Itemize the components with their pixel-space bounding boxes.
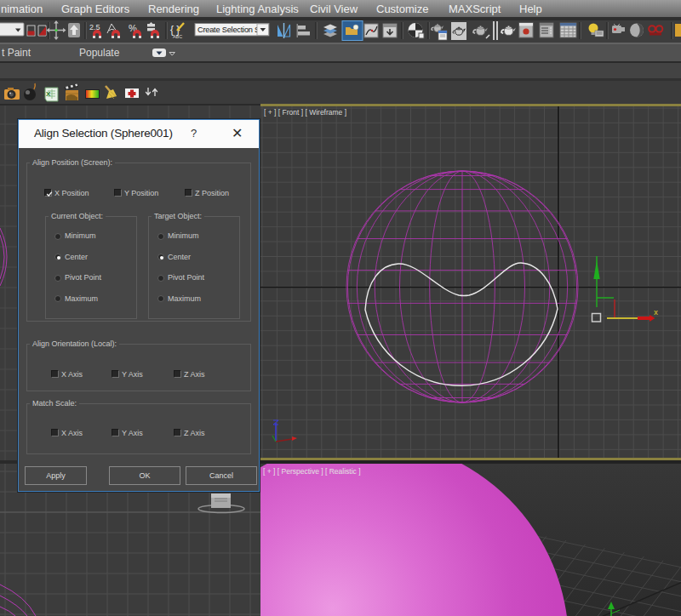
svg-text:ABC: ABC bbox=[173, 34, 182, 39]
svg-text:[ + ] [ Perspective ] [ Realis: [ + ] [ Perspective ] [ Realistic ] bbox=[263, 467, 361, 476]
svg-text:x: x bbox=[654, 308, 658, 317]
svg-text:X: X bbox=[46, 90, 51, 98]
svg-text:[ + ] [ Front ] [ Wireframe ]: [ + ] [ Front ] [ Wireframe ] bbox=[264, 108, 346, 117]
svg-text:Create Selection S: Create Selection S bbox=[197, 26, 260, 34]
